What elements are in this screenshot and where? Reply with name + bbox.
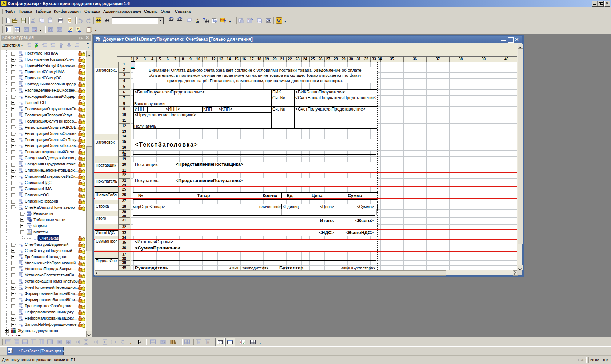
- svg-text:?: ?: [203, 17, 205, 21]
- svg-text:A: A: [70, 27, 73, 31]
- svg-text:A: A: [8, 349, 11, 353]
- svg-text:?: ?: [224, 19, 226, 24]
- svg-text:A: A: [88, 26, 90, 28]
- svg-text:A: A: [49, 28, 51, 30]
- svg-text:A: A: [77, 27, 80, 31]
- svg-text:{..}: {..}: [12, 334, 17, 336]
